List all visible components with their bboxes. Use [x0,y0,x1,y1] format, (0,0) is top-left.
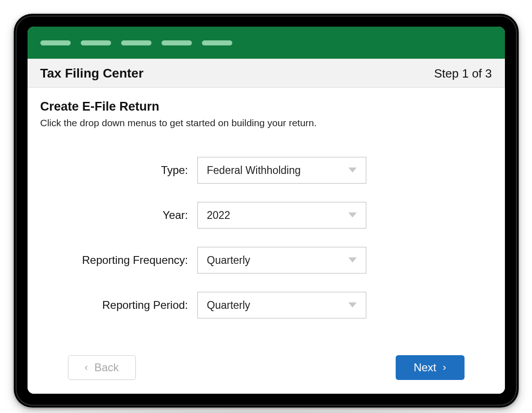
form-row-period: Reporting Period: Quarterly [40,292,492,318]
step-indicator: Step 1 of 3 [434,67,492,81]
footer-actions: ‹ Back Next › [40,355,492,380]
progress-pill [162,40,192,45]
section-title: Create E-File Return [40,100,492,114]
period-value: Quarterly [207,299,251,312]
progress-pill [202,40,232,45]
form-row-type: Type: Federal Withholding [40,157,492,184]
chevron-down-icon [348,302,357,308]
type-label: Type: [40,164,197,177]
svg-marker-0 [348,167,357,173]
page-title: Tax Filing Center [40,66,144,81]
svg-marker-2 [348,257,357,262]
year-value: 2022 [207,209,230,222]
chevron-left-icon: ‹ [84,362,88,374]
form-row-year: Year: 2022 [40,202,492,229]
back-button-label: Back [94,361,118,374]
next-button[interactable]: Next › [396,355,465,380]
chevron-down-icon [348,212,357,218]
screen: Tax Filing Center Step 1 of 3 Create E-F… [28,27,505,394]
svg-marker-1 [348,212,357,218]
chevron-down-icon [348,167,357,173]
frequency-value: Quarterly [207,254,251,267]
form-row-frequency: Reporting Frequency: Quarterly [40,247,492,273]
next-button-label: Next [414,361,436,374]
chevron-right-icon: › [443,362,446,374]
frequency-label: Reporting Frequency: [40,254,197,267]
page-header: Tax Filing Center Step 1 of 3 [28,59,505,88]
year-dropdown[interactable]: 2022 [197,202,366,229]
back-button[interactable]: ‹ Back [68,355,136,380]
top-banner [28,27,505,59]
tablet-device-frame: Tax Filing Center Step 1 of 3 Create E-F… [14,14,519,407]
section-subtitle: Click the drop down menus to get started… [40,117,492,128]
progress-pill [121,40,151,45]
period-dropdown[interactable]: Quarterly [197,292,366,318]
form-area: Type: Federal Withholding Year: 2022 [40,157,492,318]
svg-marker-3 [348,302,357,307]
main-content: Create E-File Return Click the drop down… [28,88,505,394]
type-dropdown[interactable]: Federal Withholding [197,157,366,184]
progress-pill [81,40,111,45]
chevron-down-icon [348,257,357,263]
year-label: Year: [40,209,197,222]
device-shadow [14,410,519,413]
type-value: Federal Withholding [207,164,301,177]
frequency-dropdown[interactable]: Quarterly [197,247,366,273]
period-label: Reporting Period: [40,299,197,312]
progress-pill [40,40,71,45]
